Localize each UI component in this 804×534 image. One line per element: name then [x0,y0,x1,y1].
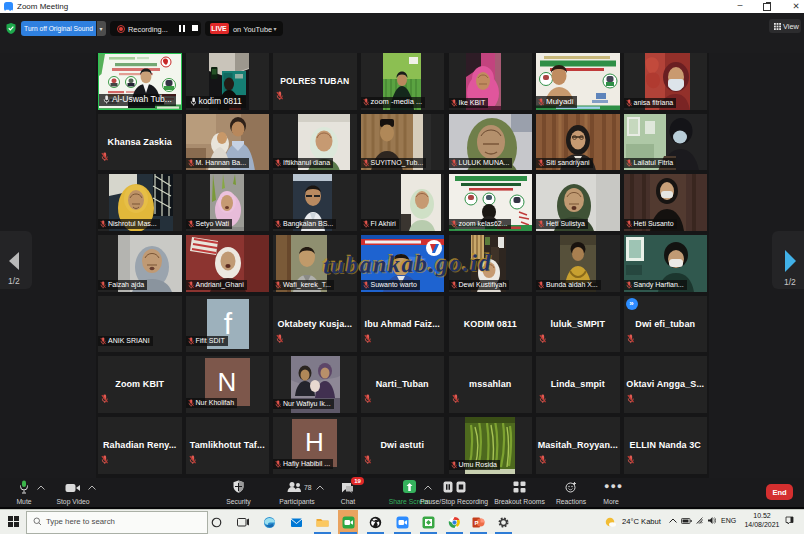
svg-text:P: P [474,520,478,526]
